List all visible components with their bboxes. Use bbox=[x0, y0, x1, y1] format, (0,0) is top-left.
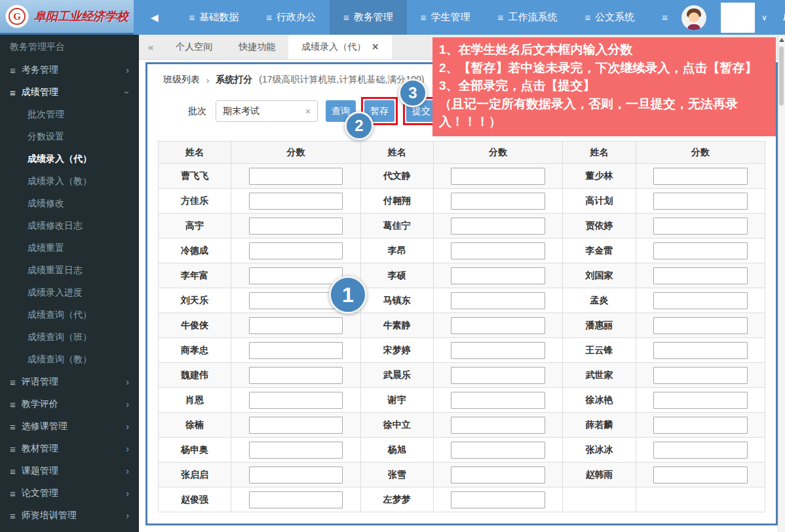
top-menu-item[interactable]: ≡基础数据 bbox=[176, 0, 253, 35]
score-input[interactable] bbox=[451, 317, 545, 334]
score-input[interactable] bbox=[249, 193, 343, 210]
clear-icon[interactable]: × bbox=[305, 106, 311, 117]
student-name-cell: 冷德成 bbox=[159, 238, 231, 263]
score-input[interactable] bbox=[451, 168, 545, 185]
sidebar-item-label: 选修课管理 bbox=[22, 421, 67, 432]
score-input[interactable] bbox=[451, 267, 545, 284]
sidebar-submenu-item[interactable]: 成绩重置日志 bbox=[0, 259, 139, 282]
sidebar-submenu-item[interactable]: 成绩查询（教） bbox=[0, 349, 139, 371]
more-menu-button[interactable]: ≡ bbox=[648, 0, 681, 35]
score-input[interactable] bbox=[249, 442, 343, 459]
collapse-sidebar-button[interactable]: ◀ bbox=[134, 0, 176, 35]
score-input[interactable] bbox=[653, 168, 748, 185]
tab[interactable]: 成绩录入（代）✕ bbox=[288, 35, 392, 59]
score-input[interactable] bbox=[451, 367, 545, 384]
score-input[interactable] bbox=[249, 342, 343, 359]
score-input[interactable] bbox=[249, 317, 343, 334]
score-input[interactable] bbox=[451, 193, 545, 210]
vertical-scrollbar[interactable] bbox=[778, 35, 785, 532]
student-name-cell bbox=[563, 487, 636, 512]
avatar-face bbox=[689, 12, 699, 22]
score-input[interactable] bbox=[653, 267, 748, 284]
sidebar-item[interactable]: ≡师资培训管理› bbox=[0, 504, 139, 527]
scrollbar-thumb[interactable] bbox=[779, 47, 784, 105]
student-name-cell: 李金雷 bbox=[563, 238, 636, 263]
hamburger-icon: ≡ bbox=[10, 488, 16, 499]
score-input[interactable] bbox=[653, 342, 748, 359]
score-input[interactable] bbox=[451, 417, 545, 434]
table-row: 杨申奥杨旭张冰冰 bbox=[159, 438, 765, 463]
chevron-down-icon[interactable]: ∨ bbox=[761, 13, 767, 22]
column-header: 分数 bbox=[231, 142, 360, 164]
score-input[interactable] bbox=[451, 442, 545, 459]
score-input[interactable] bbox=[653, 193, 748, 210]
sidebar-item[interactable]: ≡课题管理› bbox=[0, 460, 139, 482]
breadcrumb-class-list-link[interactable]: 班级列表 bbox=[163, 74, 200, 86]
top-menu-item[interactable]: ≡教务管理 bbox=[330, 0, 407, 35]
top-menu-item[interactable]: ≡学生管理 bbox=[407, 0, 484, 35]
sidebar-submenu-item[interactable]: 成绩查询（班） bbox=[0, 326, 139, 349]
batch-select[interactable]: 期末考试 × bbox=[216, 100, 318, 122]
score-input[interactable] bbox=[653, 367, 748, 384]
tab[interactable]: 个人空间 bbox=[163, 35, 225, 59]
score-input[interactable] bbox=[653, 442, 748, 459]
sidebar-submenu-item[interactable]: 成绩录入进度 bbox=[0, 282, 139, 304]
score-input[interactable] bbox=[249, 417, 343, 434]
score-input[interactable] bbox=[451, 392, 545, 409]
sidebar-submenu-item[interactable]: 批次管理 bbox=[0, 104, 139, 126]
sidebar-item[interactable]: ≡选修课管理› bbox=[0, 415, 139, 438]
sidebar-submenu-item[interactable]: 成绩录入（教） bbox=[0, 170, 139, 193]
chevron-icon: › bbox=[126, 65, 129, 75]
score-input[interactable] bbox=[451, 292, 545, 309]
scroll-up-arrow-icon[interactable] bbox=[779, 38, 784, 42]
tab[interactable]: 快捷功能 bbox=[225, 35, 288, 59]
sidebar-item[interactable]: ≡考务管理› bbox=[0, 59, 139, 81]
score-input[interactable] bbox=[249, 491, 343, 508]
score-input[interactable] bbox=[249, 466, 343, 484]
score-input[interactable] bbox=[249, 367, 343, 384]
score-input[interactable] bbox=[451, 491, 545, 508]
score-input[interactable] bbox=[653, 317, 748, 334]
sidebar-item[interactable]: ≡教学评价› bbox=[0, 393, 139, 415]
sidebar-submenu-item[interactable]: 成绩修改 bbox=[0, 193, 139, 215]
sidebar-submenu-item[interactable]: 成绩重置 bbox=[0, 237, 139, 259]
score-input[interactable] bbox=[249, 168, 343, 185]
score-input[interactable] bbox=[653, 292, 748, 309]
user-name-box[interactable] bbox=[721, 3, 755, 33]
score-input[interactable] bbox=[653, 392, 748, 409]
user-avatar[interactable] bbox=[681, 5, 706, 30]
sidebar-item[interactable]: ≡成绩管理› bbox=[0, 81, 139, 104]
sidebar-item-label: 教材管理 bbox=[22, 443, 58, 455]
score-input[interactable] bbox=[249, 267, 343, 284]
close-icon[interactable]: ✕ bbox=[372, 42, 379, 52]
score-input[interactable] bbox=[653, 218, 748, 235]
top-menu-item[interactable]: ≡行政办公 bbox=[252, 0, 330, 35]
sidebar-submenu-item[interactable]: 分数设置 bbox=[0, 126, 139, 148]
score-input[interactable] bbox=[653, 417, 748, 434]
hamburger-icon: ≡ bbox=[10, 421, 16, 432]
score-cell bbox=[433, 214, 562, 238]
score-input[interactable] bbox=[249, 218, 343, 235]
top-menu-item[interactable]: ≡公文系统 bbox=[571, 0, 648, 35]
top-menu-item[interactable]: ≡工作流系统 bbox=[484, 0, 571, 35]
sidebar-item[interactable]: ≡教材管理› bbox=[0, 438, 139, 460]
score-input[interactable] bbox=[653, 242, 748, 259]
tabs-scroll-left-icon[interactable]: « bbox=[139, 35, 163, 59]
sidebar-submenu-item[interactable]: 成绩查询（代） bbox=[0, 304, 139, 326]
score-input[interactable] bbox=[653, 466, 748, 484]
score-input[interactable] bbox=[249, 242, 343, 259]
score-cell bbox=[636, 288, 765, 313]
top-menu-item-label: 教务管理 bbox=[354, 11, 393, 24]
hamburger-icon: ≡ bbox=[10, 87, 16, 98]
sidebar-item[interactable]: ≡评语管理› bbox=[0, 371, 139, 393]
sidebar-submenu-item[interactable]: 成绩修改日志 bbox=[0, 215, 139, 237]
score-input[interactable] bbox=[249, 392, 343, 409]
notifications-button[interactable] bbox=[782, 11, 785, 24]
sidebar-item[interactable]: ≡论文管理› bbox=[0, 482, 139, 504]
score-input[interactable] bbox=[451, 466, 545, 484]
tab-label: 快捷功能 bbox=[239, 41, 275, 53]
score-input[interactable] bbox=[451, 342, 545, 359]
sidebar-submenu-item[interactable]: 成绩录入（代） bbox=[0, 148, 139, 170]
score-input[interactable] bbox=[451, 218, 545, 235]
score-input[interactable] bbox=[451, 242, 545, 259]
